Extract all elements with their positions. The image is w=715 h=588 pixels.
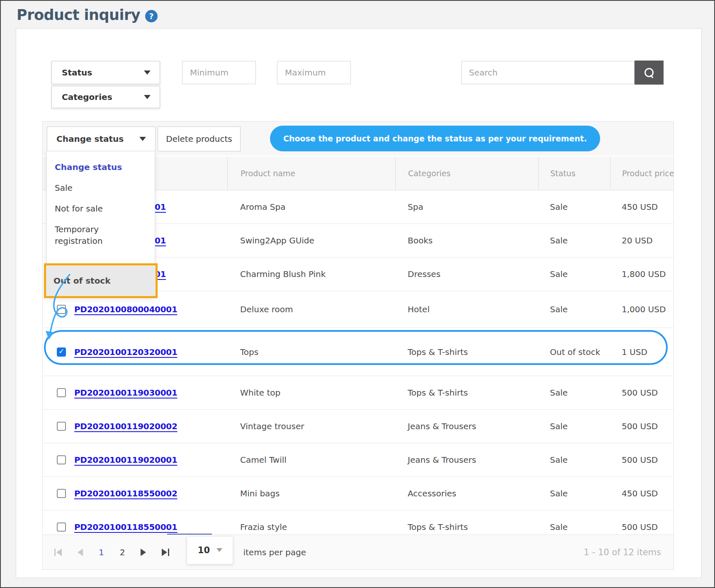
product-number-cell: PD2020100119020001 (43, 455, 227, 465)
price-cell: 1 USD (610, 347, 674, 357)
product-name-cell: Vintage trouser (227, 421, 395, 431)
product-number-link[interactable]: PD2020100119030001 (74, 388, 178, 398)
categories-filter-dropdown[interactable]: Categories (51, 86, 160, 108)
product-name-cell: Frazia style (227, 522, 395, 532)
category-cell: Spa (395, 202, 538, 212)
row-checkbox[interactable] (57, 305, 66, 314)
category-cell: Books (395, 236, 538, 245)
product-name-cell: Mini bags (227, 488, 395, 498)
product-number-link[interactable]: PD2020100800040001 (74, 304, 178, 314)
pagination-bar: 1 2 10 items per page 1 - 10 of 12 items (43, 535, 674, 569)
product-name-cell: Swing2App GUide (227, 236, 395, 245)
chevron-down-icon (144, 70, 151, 75)
category-cell: Tops & T-shirts (395, 347, 538, 357)
row-checkbox[interactable] (57, 347, 66, 357)
table-row: PD2020100119030001 White top Tops & T-sh… (43, 376, 674, 410)
price-cell: 450 USD (610, 202, 674, 212)
minimum-price-input[interactable] (182, 61, 256, 84)
page-size-value: 10 (198, 545, 210, 555)
first-page-button[interactable] (54, 549, 62, 556)
row-checkbox[interactable] (57, 422, 66, 431)
price-cell: 500 USD (610, 455, 674, 465)
search-group (461, 61, 664, 85)
category-cell: Tops & T-shirts (395, 522, 538, 532)
product-number-link[interactable]: PD2020100119020001 (74, 455, 178, 465)
category-cell: Accessories (395, 488, 538, 498)
status-cell: Sale (538, 519, 610, 535)
status-menu-list: Change statusSaleNot for saleTemporary r… (46, 151, 155, 251)
status-cell: Sale (538, 418, 610, 434)
instruction-tooltip: Choose the product and change the status… (270, 126, 600, 151)
product-number-link[interactable]: 01 (155, 202, 166, 212)
price-cell: 1,000 USD (610, 304, 674, 314)
change-status-dropdown-button[interactable]: Change status (47, 126, 156, 151)
column-header-product-name: Product name (227, 157, 395, 190)
row-checkbox[interactable] (57, 455, 66, 464)
column-header-product-price: Product price (610, 157, 674, 190)
change-status-label: Change status (56, 134, 124, 144)
status-cell: Sale (538, 452, 610, 468)
page-size-select[interactable]: 10 (187, 536, 233, 564)
menu-item-not-for-sale[interactable]: Not for sale (46, 198, 155, 219)
table-row: PD2020100118550002 Mini bags Accessories… (43, 477, 674, 510)
column-header-status: Status (538, 157, 610, 190)
search-input[interactable] (461, 61, 635, 84)
table-row: PD2020100119020002 Vintage trouser Jeans… (43, 410, 674, 443)
price-cell: 1,800 USD (610, 269, 674, 279)
status-cell: Sale (538, 266, 610, 282)
price-cell: 500 USD (610, 421, 674, 431)
categories-filter-label: Categories (62, 92, 112, 102)
category-cell: Jeans & Trousers (395, 421, 538, 431)
product-number-cell: PD2020100119020002 (43, 421, 227, 431)
price-cell: 20 USD (610, 236, 674, 245)
column-header-categories: Categories (395, 157, 538, 190)
product-name-cell: Charming Blush Pink (227, 269, 395, 279)
menu-item-out-of-stock[interactable]: Out of stock (46, 265, 156, 296)
price-cell: 500 USD (610, 388, 674, 398)
product-name-cell: Tops (227, 347, 395, 357)
out-of-stock-highlight-box: Out of stock (44, 263, 158, 298)
product-name-cell: White top (227, 388, 395, 398)
range-label: 1 - 10 of 12 items (584, 547, 661, 557)
status-filter-dropdown[interactable]: Status (51, 61, 160, 84)
price-cell: 450 USD (610, 488, 674, 498)
menu-item-sale[interactable]: Sale (46, 177, 155, 198)
search-button[interactable] (635, 61, 664, 85)
product-number-link[interactable]: PD2020100118550002 (74, 488, 178, 498)
product-name-cell: Deluxe room (227, 304, 395, 314)
product-number-link[interactable]: 01 (155, 236, 166, 245)
page-1-button[interactable]: 1 (99, 547, 104, 557)
product-number-cell: PD2020100118550002 (43, 488, 227, 498)
product-number-link[interactable]: PD2020100118550001 (74, 522, 178, 532)
help-icon[interactable]: ? (145, 10, 158, 22)
items-per-page-label: items per page (243, 547, 306, 557)
row-checkbox[interactable] (57, 522, 66, 532)
product-number-link[interactable]: PD2020100119020002 (74, 421, 178, 431)
product-name-cell: Aroma Spa (227, 202, 395, 212)
delete-products-button[interactable]: Delete products (158, 126, 241, 151)
product-number-cell: PD2020100118550001 (43, 522, 227, 532)
row-checkbox[interactable] (57, 388, 66, 397)
search-icon (644, 68, 654, 77)
menu-item-temporary-registration[interactable]: Temporary registration (46, 219, 155, 251)
page-2-button[interactable]: 2 (120, 547, 125, 557)
next-page-button[interactable] (141, 549, 146, 556)
maximum-price-input[interactable] (277, 61, 351, 84)
status-cell: Sale (538, 301, 610, 317)
price-cell: 500 USD (610, 522, 674, 532)
last-page-button[interactable] (162, 549, 169, 556)
status-cell: Sale (538, 199, 610, 215)
status-cell: Sale (538, 486, 610, 501)
delete-products-label: Delete products (166, 134, 232, 144)
table-row: PD2020100119020001 Camel Twill Jeans & T… (43, 443, 674, 477)
category-cell: Dresses (395, 269, 538, 279)
menu-item-change-status[interactable]: Change status (46, 157, 155, 177)
product-number-cell: PD2020100800040001 (43, 304, 227, 314)
product-number-link[interactable]: PD2020100120320001 (74, 347, 178, 357)
status-cell: Out of stock (538, 344, 610, 360)
category-cell: Tops & T-shirts (395, 388, 538, 398)
prev-page-button[interactable] (78, 549, 83, 556)
status-cell: Sale (538, 233, 610, 248)
chevron-down-icon (139, 137, 146, 141)
row-checkbox[interactable] (57, 489, 66, 498)
